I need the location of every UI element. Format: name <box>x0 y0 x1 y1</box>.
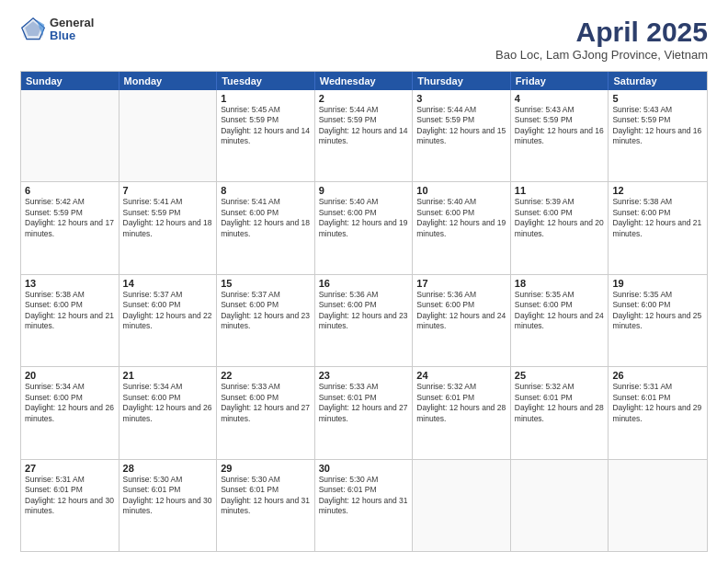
calendar-header-day: Monday <box>119 72 218 90</box>
calendar-cell: 30Sunrise: 5:30 AMSunset: 6:01 PMDayligh… <box>315 460 414 551</box>
day-number: 14 <box>123 278 213 289</box>
calendar-header-day: Friday <box>511 72 609 90</box>
logo: General Blue <box>20 17 94 43</box>
day-info: Sunrise: 5:36 AMSunset: 6:00 PMDaylight:… <box>319 290 409 332</box>
calendar-cell: 26Sunrise: 5:31 AMSunset: 6:01 PMDayligh… <box>609 367 707 458</box>
calendar-cell <box>511 460 609 551</box>
calendar-cell: 15Sunrise: 5:37 AMSunset: 6:00 PMDayligh… <box>217 275 315 366</box>
calendar-cell: 16Sunrise: 5:36 AMSunset: 6:00 PMDayligh… <box>315 275 414 366</box>
calendar-cell: 22Sunrise: 5:33 AMSunset: 6:00 PMDayligh… <box>217 367 315 458</box>
day-number: 10 <box>416 185 506 196</box>
calendar-header-day: Saturday <box>609 72 707 90</box>
day-number: 11 <box>515 185 605 196</box>
day-number: 25 <box>515 370 605 381</box>
calendar-cell <box>609 460 707 551</box>
calendar-cell: 3Sunrise: 5:44 AMSunset: 5:59 PMDaylight… <box>413 90 511 181</box>
day-number: 29 <box>221 463 311 474</box>
day-number: 24 <box>416 370 506 381</box>
calendar-row: 1Sunrise: 5:45 AMSunset: 5:59 PMDaylight… <box>21 90 707 181</box>
day-number: 22 <box>221 370 311 381</box>
calendar-row: 20Sunrise: 5:34 AMSunset: 6:00 PMDayligh… <box>21 366 707 458</box>
calendar-cell: 29Sunrise: 5:30 AMSunset: 6:01 PMDayligh… <box>217 460 315 551</box>
day-number: 12 <box>612 185 703 196</box>
day-info: Sunrise: 5:30 AMSunset: 6:01 PMDaylight:… <box>319 475 409 517</box>
calendar-row: 27Sunrise: 5:31 AMSunset: 6:01 PMDayligh… <box>21 459 707 551</box>
day-number: 28 <box>123 463 213 474</box>
day-info: Sunrise: 5:42 AMSunset: 5:59 PMDaylight:… <box>25 197 115 239</box>
logo-blue-label: Blue <box>50 29 94 42</box>
calendar: SundayMondayTuesdayWednesdayThursdayFrid… <box>20 71 708 552</box>
day-info: Sunrise: 5:35 AMSunset: 6:00 PMDaylight:… <box>612 290 703 332</box>
day-number: 16 <box>319 278 409 289</box>
calendar-cell: 5Sunrise: 5:43 AMSunset: 5:59 PMDaylight… <box>609 90 707 181</box>
day-info: Sunrise: 5:40 AMSunset: 6:00 PMDaylight:… <box>416 197 506 239</box>
calendar-cell: 12Sunrise: 5:38 AMSunset: 6:00 PMDayligh… <box>609 182 707 273</box>
day-info: Sunrise: 5:30 AMSunset: 6:01 PMDaylight:… <box>123 475 213 517</box>
calendar-cell: 2Sunrise: 5:44 AMSunset: 5:59 PMDaylight… <box>315 90 414 181</box>
title-block: April 2025 Bao Loc, Lam GJong Province, … <box>495 17 708 62</box>
day-info: Sunrise: 5:33 AMSunset: 6:00 PMDaylight:… <box>221 382 311 424</box>
calendar-row: 6Sunrise: 5:42 AMSunset: 5:59 PMDaylight… <box>21 181 707 273</box>
calendar-cell: 27Sunrise: 5:31 AMSunset: 6:01 PMDayligh… <box>21 460 119 551</box>
day-info: Sunrise: 5:38 AMSunset: 6:00 PMDaylight:… <box>612 197 703 239</box>
day-number: 7 <box>123 185 213 196</box>
calendar-header: SundayMondayTuesdayWednesdayThursdayFrid… <box>21 72 707 90</box>
day-number: 5 <box>612 93 703 104</box>
day-info: Sunrise: 5:34 AMSunset: 6:00 PMDaylight:… <box>123 382 213 424</box>
calendar-cell: 9Sunrise: 5:40 AMSunset: 6:00 PMDaylight… <box>315 182 414 273</box>
day-info: Sunrise: 5:43 AMSunset: 5:59 PMDaylight:… <box>612 105 703 147</box>
day-info: Sunrise: 5:31 AMSunset: 6:01 PMDaylight:… <box>612 382 703 424</box>
calendar-cell: 17Sunrise: 5:36 AMSunset: 6:00 PMDayligh… <box>413 275 511 366</box>
day-info: Sunrise: 5:44 AMSunset: 5:59 PMDaylight:… <box>319 105 409 147</box>
day-number: 21 <box>123 370 213 381</box>
calendar-cell: 18Sunrise: 5:35 AMSunset: 6:00 PMDayligh… <box>511 275 609 366</box>
day-info: Sunrise: 5:43 AMSunset: 5:59 PMDaylight:… <box>515 105 605 147</box>
day-number: 17 <box>416 278 506 289</box>
calendar-cell <box>21 90 119 181</box>
day-number: 19 <box>612 278 703 289</box>
calendar-cell: 14Sunrise: 5:37 AMSunset: 6:00 PMDayligh… <box>119 275 218 366</box>
day-info: Sunrise: 5:31 AMSunset: 6:01 PMDaylight:… <box>25 475 115 517</box>
logo-general-label: General <box>50 17 94 29</box>
calendar-body: 1Sunrise: 5:45 AMSunset: 5:59 PMDaylight… <box>21 90 707 551</box>
day-number: 1 <box>221 93 311 104</box>
day-number: 4 <box>515 93 605 104</box>
calendar-cell: 21Sunrise: 5:34 AMSunset: 6:00 PMDayligh… <box>119 367 218 458</box>
calendar-header-day: Tuesday <box>217 72 315 90</box>
day-info: Sunrise: 5:44 AMSunset: 5:59 PMDaylight:… <box>416 105 506 147</box>
day-info: Sunrise: 5:45 AMSunset: 5:59 PMDaylight:… <box>221 105 311 147</box>
day-info: Sunrise: 5:32 AMSunset: 6:01 PMDaylight:… <box>416 382 506 424</box>
calendar-cell: 25Sunrise: 5:32 AMSunset: 6:01 PMDayligh… <box>511 367 609 458</box>
calendar-header-day: Wednesday <box>315 72 414 90</box>
page: General Blue April 2025 Bao Loc, Lam GJo… <box>0 0 728 563</box>
day-number: 27 <box>25 463 115 474</box>
day-number: 15 <box>221 278 311 289</box>
day-info: Sunrise: 5:37 AMSunset: 6:00 PMDaylight:… <box>221 290 311 332</box>
calendar-cell: 19Sunrise: 5:35 AMSunset: 6:00 PMDayligh… <box>609 275 707 366</box>
calendar-cell: 20Sunrise: 5:34 AMSunset: 6:00 PMDayligh… <box>21 367 119 458</box>
day-info: Sunrise: 5:37 AMSunset: 6:00 PMDaylight:… <box>123 290 213 332</box>
day-info: Sunrise: 5:32 AMSunset: 6:01 PMDaylight:… <box>515 382 605 424</box>
calendar-cell: 1Sunrise: 5:45 AMSunset: 5:59 PMDaylight… <box>217 90 315 181</box>
day-info: Sunrise: 5:38 AMSunset: 6:00 PMDaylight:… <box>25 290 115 332</box>
logo-text: General Blue <box>50 17 94 43</box>
calendar-cell: 10Sunrise: 5:40 AMSunset: 6:00 PMDayligh… <box>413 182 511 273</box>
day-number: 3 <box>416 93 506 104</box>
day-number: 9 <box>319 185 409 196</box>
day-info: Sunrise: 5:40 AMSunset: 6:00 PMDaylight:… <box>319 197 409 239</box>
day-number: 8 <box>221 185 311 196</box>
calendar-cell: 8Sunrise: 5:41 AMSunset: 6:00 PMDaylight… <box>217 182 315 273</box>
day-info: Sunrise: 5:35 AMSunset: 6:00 PMDaylight:… <box>515 290 605 332</box>
day-number: 18 <box>515 278 605 289</box>
calendar-cell: 11Sunrise: 5:39 AMSunset: 6:00 PMDayligh… <box>511 182 609 273</box>
calendar-cell <box>119 90 218 181</box>
calendar-row: 13Sunrise: 5:38 AMSunset: 6:00 PMDayligh… <box>21 274 707 366</box>
day-info: Sunrise: 5:41 AMSunset: 6:00 PMDaylight:… <box>221 197 311 239</box>
day-number: 30 <box>319 463 409 474</box>
calendar-cell: 4Sunrise: 5:43 AMSunset: 5:59 PMDaylight… <box>511 90 609 181</box>
calendar-header-day: Thursday <box>413 72 511 90</box>
day-info: Sunrise: 5:33 AMSunset: 6:01 PMDaylight:… <box>319 382 409 424</box>
day-number: 6 <box>25 185 115 196</box>
day-info: Sunrise: 5:34 AMSunset: 6:00 PMDaylight:… <box>25 382 115 424</box>
day-info: Sunrise: 5:39 AMSunset: 6:00 PMDaylight:… <box>515 197 605 239</box>
